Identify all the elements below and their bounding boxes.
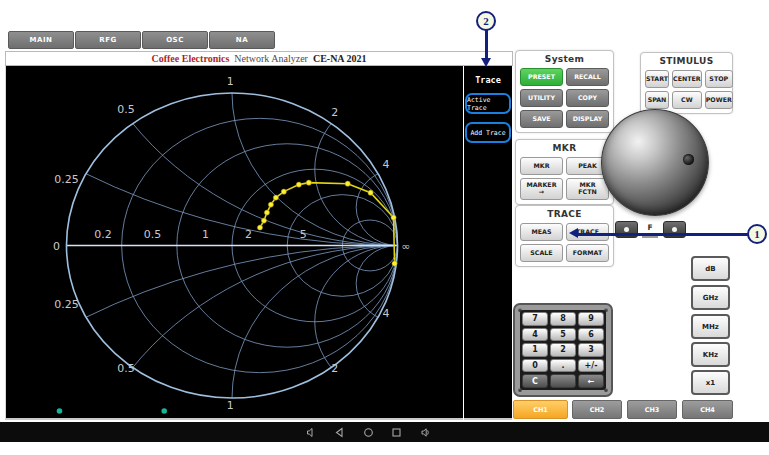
format-button[interactable]: FORMAT <box>566 244 609 262</box>
system-panel-header: System <box>516 51 613 64</box>
key-5[interactable]: 5 <box>550 328 576 342</box>
marker-to-button[interactable]: MARKER → <box>520 178 563 200</box>
home-icon[interactable] <box>363 427 374 438</box>
svg-text:0.2: 0.2 <box>94 228 111 241</box>
model-number: CE-NA 2021 <box>313 53 367 64</box>
stimulus-panel: STIMULUS START CENTER STOP SPAN CW POWER <box>640 52 733 114</box>
key-clear[interactable]: C <box>522 374 548 388</box>
svg-text:1: 1 <box>202 228 209 241</box>
title-bar: Coffee Electronics Network Analyzer CE-N… <box>5 51 513 66</box>
svg-text:1: 1 <box>227 75 234 88</box>
active-trace-button[interactable]: Active Trace <box>465 93 511 114</box>
svg-text:0: 0 <box>53 240 60 253</box>
scale-button[interactable]: SCALE <box>520 244 563 262</box>
key-0[interactable]: 0 <box>522 359 548 373</box>
span-button[interactable]: SPAN <box>645 91 669 109</box>
android-navbar <box>0 422 769 442</box>
step-up-icon <box>672 227 677 232</box>
utility-button[interactable]: UTILITY <box>520 89 563 107</box>
key-4[interactable]: 4 <box>522 328 548 342</box>
save-button[interactable]: SAVE <box>520 110 563 128</box>
mkr-panel: MKR MKR PEAK MARKER → MKR FCTN <box>515 139 614 205</box>
svg-text:0.5: 0.5 <box>117 103 134 116</box>
key-backspace[interactable]: ← <box>578 374 604 388</box>
svg-text:0.25: 0.25 <box>54 173 78 186</box>
trace-panel-header: TRACE <box>516 206 613 219</box>
brand-name: Coffee Electronics <box>151 53 229 64</box>
ghz-unit-button[interactable]: GHz <box>691 285 730 310</box>
svg-text:∞: ∞ <box>401 240 410 253</box>
add-trace-button[interactable]: Add Trace <box>465 122 511 143</box>
knob-dimple <box>683 154 694 165</box>
preset-button[interactable]: PRESET <box>520 68 563 86</box>
top-tab-na[interactable]: NA <box>209 31 275 49</box>
top-tab-osc[interactable]: OSC <box>142 31 208 49</box>
svg-text:4: 4 <box>382 158 389 171</box>
key-9[interactable]: 9 <box>578 312 604 326</box>
svg-text:1: 1 <box>227 399 234 412</box>
display-button[interactable]: DISPLAY <box>566 110 609 128</box>
db-unit-button[interactable]: dB <box>691 256 730 281</box>
recall-button[interactable]: RECALL <box>566 68 609 86</box>
key-plus-minus[interactable]: +/- <box>578 359 604 373</box>
svg-text:2: 2 <box>331 362 338 375</box>
channel-tab-ch1[interactable]: CH1 <box>513 400 568 419</box>
svg-text:5: 5 <box>300 228 307 241</box>
step-mode-label: F <box>639 223 661 232</box>
stimulus-panel-header: STIMULUS <box>641 53 732 66</box>
svg-text:2: 2 <box>331 106 338 119</box>
numeric-keypad: 7 8 9 4 5 6 1 2 3 0 . +/- C ← <box>513 303 613 397</box>
svg-text:0.5: 0.5 <box>144 228 161 241</box>
smith-chart-area: 10.50.250240.20.5125∞0.250.5124 <box>5 66 463 420</box>
annotation-1-badge: 1 <box>747 224 767 244</box>
svg-text:0.5: 0.5 <box>117 362 134 375</box>
key-1[interactable]: 1 <box>522 343 548 357</box>
trace-sidebar: Trace Active Trace Add Trace <box>464 66 512 420</box>
mhz-unit-button[interactable]: MHz <box>691 314 730 339</box>
power-button[interactable]: POWER <box>705 91 733 109</box>
khz-unit-button[interactable]: KHz <box>691 342 730 367</box>
annotation-2-line <box>485 30 488 58</box>
key-6[interactable]: 6 <box>578 328 604 342</box>
annotation-2-badge: 2 <box>476 11 496 31</box>
recents-icon[interactable] <box>391 427 402 438</box>
center-button[interactable]: CENTER <box>672 70 702 88</box>
step-down-icon <box>624 227 629 232</box>
annotation-1-line <box>577 233 748 236</box>
channel-tab-ch4[interactable]: CH4 <box>682 400 733 419</box>
key-decimal[interactable]: . <box>550 359 576 373</box>
x1-unit-button[interactable]: x1 <box>691 370 730 395</box>
copy-button[interactable]: COPY <box>566 89 609 107</box>
mkr-panel-header: MKR <box>516 140 613 153</box>
product-name: Network Analyzer <box>234 53 308 64</box>
smith-chart: 10.50.250240.20.5125∞0.250.5124 <box>6 66 463 418</box>
key-8[interactable]: 8 <box>550 312 576 326</box>
annotation-2-arrowhead <box>481 58 491 67</box>
start-button[interactable]: START <box>645 70 669 88</box>
top-tab-main[interactable]: MAIN <box>8 31 74 49</box>
key-3[interactable]: 3 <box>578 343 604 357</box>
channel-tab-ch3[interactable]: CH3 <box>627 400 677 419</box>
trace-panel: TRACE MEAS TRACE SCALE FORMAT <box>515 205 614 267</box>
system-panel: System PRESET RECALL UTILITY COPY SAVE D… <box>515 50 614 133</box>
svg-text:0.25: 0.25 <box>54 298 78 311</box>
mkr-fctn-button[interactable]: MKR FCTN <box>566 178 609 200</box>
key-7[interactable]: 7 <box>522 312 548 326</box>
back-icon[interactable] <box>334 427 345 438</box>
trace-sidebar-header: Trace <box>464 75 512 85</box>
meas-button[interactable]: MEAS <box>520 223 563 241</box>
rotary-knob[interactable] <box>601 109 709 216</box>
volume-up-icon[interactable] <box>420 427 431 438</box>
svg-text:2: 2 <box>245 228 252 241</box>
top-tab-rfg[interactable]: RFG <box>75 31 141 49</box>
stop-button[interactable]: STOP <box>705 70 733 88</box>
key-blank <box>550 374 576 388</box>
cw-button[interactable]: CW <box>672 91 702 109</box>
svg-text:4: 4 <box>382 307 389 320</box>
step-mode-underline <box>642 236 658 238</box>
mkr-button[interactable]: MKR <box>520 157 563 175</box>
channel-tab-ch2[interactable]: CH2 <box>572 400 622 419</box>
volume-down-icon[interactable] <box>305 427 316 438</box>
key-2[interactable]: 2 <box>550 343 576 357</box>
